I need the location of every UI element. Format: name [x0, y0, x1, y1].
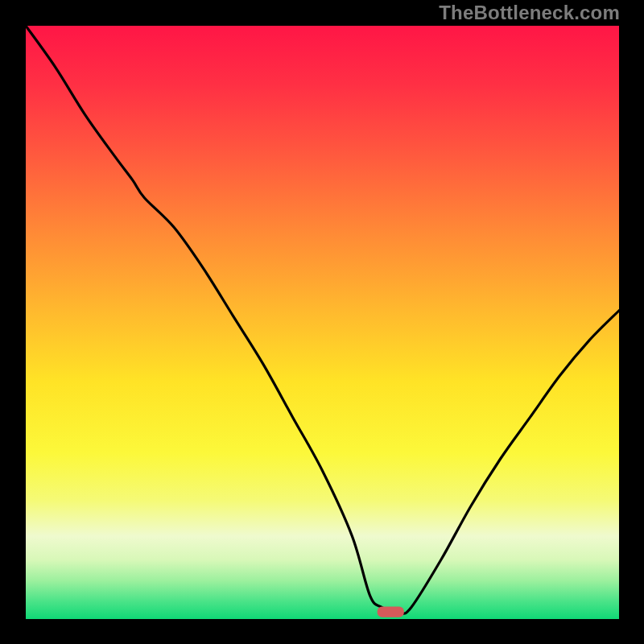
plot-area	[26, 26, 619, 619]
optimal-marker	[378, 607, 404, 617]
bottleneck-chart	[26, 26, 619, 619]
watermark-text: TheBottleneck.com	[439, 2, 620, 24]
chart-frame: TheBottleneck.com	[0, 0, 644, 644]
gradient-background	[26, 26, 619, 619]
